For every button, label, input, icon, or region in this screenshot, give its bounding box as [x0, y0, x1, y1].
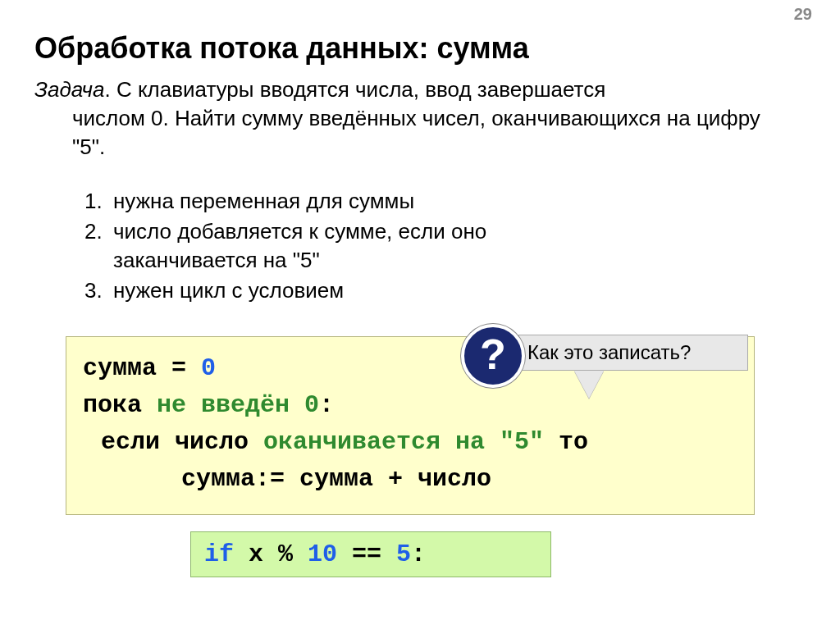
- pc2a: пока: [83, 391, 157, 419]
- pc3b: оканчивается на "5": [263, 428, 544, 456]
- code-solution-box: if x % 10 == 5:: [190, 531, 551, 577]
- pseudo-line-2: пока не введён 0:: [83, 387, 739, 424]
- steps-list: нужна переменная для суммы число добавля…: [74, 187, 486, 307]
- step-2b: заканчивается на "5": [113, 246, 486, 275]
- task-line1: . С клавиатуры вводятся числа, ввод заве…: [104, 77, 605, 102]
- step-2a: число добавляется к сумме, если оно: [113, 219, 486, 244]
- pc1b: 0: [201, 354, 216, 382]
- task-statement: Задача. С клавиатуры вводятся числа, вво…: [34, 75, 791, 162]
- task-line2: числом 0. Найти сумму введённых чисел, о…: [72, 104, 791, 162]
- pc3a: если число: [101, 428, 263, 456]
- callout-tail: [574, 371, 604, 399]
- step-3: нужен цикл с условием: [108, 276, 486, 305]
- c2f: :: [411, 540, 426, 568]
- c2d: ==: [337, 540, 396, 568]
- pseudo-line-3: если число оканчивается на "5" то: [83, 424, 739, 461]
- c2a: if: [204, 540, 234, 568]
- step-1: нужна переменная для суммы: [108, 187, 486, 216]
- question-mark-icon: ?: [480, 333, 506, 376]
- c2b: x %: [234, 540, 308, 568]
- question-mark-badge: ?: [461, 324, 525, 388]
- pc2c: :: [319, 391, 334, 419]
- pseudo-line-4: сумма:= сумма + число: [83, 461, 739, 498]
- callout-text: Как это записать?: [527, 341, 691, 364]
- page-number: 29: [794, 5, 812, 24]
- c2c: 10: [308, 540, 337, 568]
- callout-box: Как это записать?: [518, 335, 748, 371]
- task-label: Задача: [34, 77, 104, 102]
- pc4: сумма:= сумма + число: [83, 465, 491, 493]
- pc3c: то: [544, 428, 588, 456]
- c2e: 5: [396, 540, 411, 568]
- pc2b: не введён 0: [157, 391, 319, 419]
- step-2: число добавляется к сумме, если оно зака…: [108, 217, 486, 275]
- pc1a: сумма =: [83, 354, 201, 382]
- page-title: Обработка потока данных: сумма: [34, 31, 529, 66]
